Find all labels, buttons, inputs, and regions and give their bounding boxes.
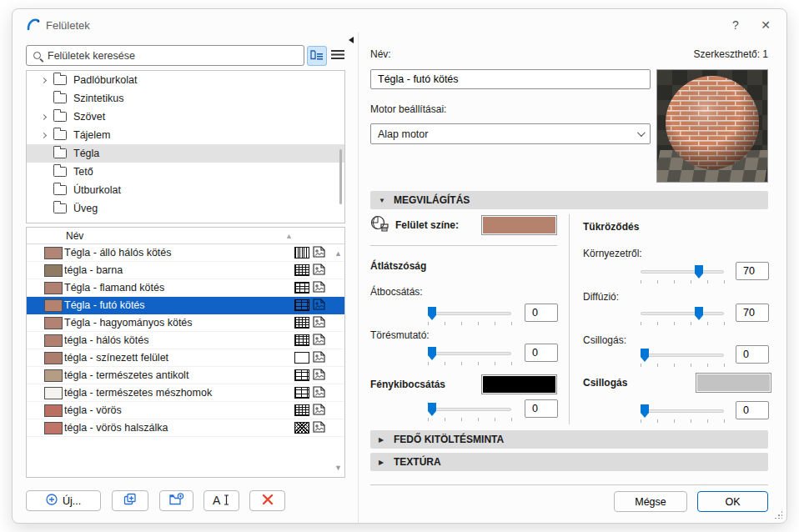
list-item[interactable]: Tégla - futó kötés [27, 297, 344, 314]
delete-x-icon [262, 494, 274, 508]
delete-button[interactable] [249, 490, 285, 511]
material-color-swatch [44, 387, 63, 399]
section-texture[interactable]: ▶ TEXTÚRA [370, 453, 768, 471]
material-color-swatch [44, 369, 63, 382]
help-button[interactable]: ? [724, 15, 747, 35]
expand-chevron-icon[interactable] [42, 78, 53, 83]
sort-asc-icon[interactable]: ▲ [285, 232, 293, 240]
folder-tree: PadlóburkolatSzintetikusSzövetTájelemTég… [26, 70, 345, 223]
scroll-up-icon[interactable]: ▲ [334, 249, 342, 258]
list-item-name: Tégla - futó kötés [64, 299, 294, 311]
ambient-slider[interactable] [641, 265, 724, 279]
slider-ticks [428, 322, 512, 325]
transmittance-value[interactable] [525, 304, 558, 322]
shininess-value[interactable] [736, 345, 769, 364]
tree-item[interactable]: Üveg [27, 199, 344, 218]
list-item[interactable]: tégla - természetes antikolt [27, 367, 344, 384]
emission-title: Fénykibocsátás [370, 379, 445, 390]
refraction-slider[interactable] [428, 347, 511, 360]
list-item[interactable]: Tégla - flamand kötés [27, 279, 344, 297]
ambient-label: Környezetről: [583, 248, 642, 259]
fill-pattern-icon [294, 334, 309, 346]
chevron-down-icon [637, 128, 646, 137]
collapse-panel-icon[interactable] [349, 37, 354, 43]
expand-chevron-icon[interactable] [42, 133, 53, 138]
rename-button[interactable]: A [204, 490, 239, 511]
new-folder-button[interactable] [159, 490, 193, 511]
specular-value[interactable] [736, 401, 769, 419]
emission-value[interactable] [525, 399, 558, 418]
scroll-down-icon[interactable]: ▼ [334, 464, 342, 472]
material-color-swatch [44, 247, 63, 259]
transparency-title: Átlátszóság [370, 260, 426, 272]
surface-name-input[interactable] [370, 69, 651, 89]
ambient-value[interactable] [736, 262, 769, 280]
list-item[interactable]: tégla - vörös halszálka [27, 419, 344, 437]
folder-icon [53, 148, 67, 158]
list-item[interactable]: Tégla - hagyományos kötés [27, 314, 344, 332]
ok-button[interactable]: OK [697, 491, 768, 512]
slider-ticks [428, 362, 512, 365]
tree-scrollbar[interactable] [339, 149, 342, 204]
resize-grip[interactable] [774, 510, 782, 519]
tree-item[interactable]: Szintetikus [27, 89, 344, 108]
list-item-name: tégla - vörös [64, 404, 294, 416]
list-item[interactable]: tégla - vörös [27, 402, 344, 419]
tree-item-label: Üveg [73, 203, 98, 214]
search-input[interactable] [46, 49, 304, 63]
material-color-swatch [44, 334, 63, 347]
list-item-name: Tégla - flamand kötés [64, 282, 294, 294]
fill-pattern-icon [294, 299, 309, 311]
section-expanded-icon: ▼ [379, 197, 387, 204]
section-texture-title: TEXTÚRA [394, 456, 441, 468]
section-lighting[interactable]: ▼ MEGVILÁGÍTÁS [370, 191, 768, 209]
tree-item-label: Padlóburkolat [73, 74, 137, 86]
emission-slider[interactable] [428, 403, 511, 416]
slider-ticks [641, 322, 725, 325]
flat-list-view-toggle[interactable] [328, 46, 348, 66]
list-item[interactable]: tégla - színezett felület [27, 349, 344, 367]
fill-pattern-icon [294, 282, 309, 294]
diffuse-value[interactable] [736, 304, 769, 322]
texture-icon [313, 369, 331, 383]
close-button[interactable]: ✕ [754, 15, 777, 35]
emission-color-swatch[interactable] [481, 374, 557, 394]
surface-list: Név ▲ Tégla - álló hálós kötéstégla - ba… [26, 227, 345, 478]
list-header[interactable]: Név ▲ [27, 228, 344, 244]
list-item[interactable]: tégla - természetes mészhomok [27, 384, 344, 402]
fill-pattern-icon [294, 247, 309, 258]
surface-color-swatch[interactable] [481, 215, 557, 235]
folder-plus-icon [169, 493, 184, 509]
slider-ticks [641, 364, 725, 367]
cancel-button[interactable]: Mégse [614, 491, 687, 512]
tree-item[interactable]: Tégla [27, 144, 344, 163]
texture-icon [313, 334, 331, 348]
expand-chevron-icon[interactable] [42, 115, 53, 119]
column-divider [569, 214, 570, 424]
fill-pattern-icon [294, 317, 309, 329]
tree-item-label: Szövet [73, 111, 105, 123]
tree-item[interactable]: Padlóburkolat [27, 71, 344, 89]
engine-dropdown[interactable]: Alap motor [370, 123, 651, 144]
diffuse-slider[interactable] [641, 307, 724, 320]
tree-view-toggle[interactable] [307, 46, 327, 66]
tree-item[interactable]: Útburkolat [27, 181, 344, 199]
tree-item[interactable]: Tájelem [27, 126, 344, 144]
duplicate-button[interactable] [112, 490, 148, 511]
list-item[interactable]: tégla - hálós kötés [27, 332, 344, 349]
list-item[interactable]: tégla - barna [27, 262, 344, 279]
new-button[interactable]: Új... [26, 490, 101, 511]
refraction-value[interactable] [525, 344, 558, 362]
shininess-slider[interactable] [641, 349, 724, 362]
section-cover-fill[interactable]: ▶ FEDŐ KITÖLTÉSMINTA [370, 430, 768, 449]
list-item[interactable]: Tégla - álló hálós kötés [27, 244, 344, 262]
transmittance-slider[interactable] [428, 307, 511, 320]
list-item-name: tégla - hálós kötés [64, 334, 294, 346]
tree-item[interactable]: Tető [27, 163, 344, 181]
transmittance-label: Átbocsátás: [370, 286, 423, 298]
shininess-label: Csillogás: [583, 334, 626, 346]
tree-item[interactable]: Szövet [27, 108, 344, 126]
section-collapsed-icon: ▶ [379, 459, 387, 466]
specular-color-swatch[interactable] [696, 373, 771, 393]
specular-slider[interactable] [641, 404, 724, 418]
